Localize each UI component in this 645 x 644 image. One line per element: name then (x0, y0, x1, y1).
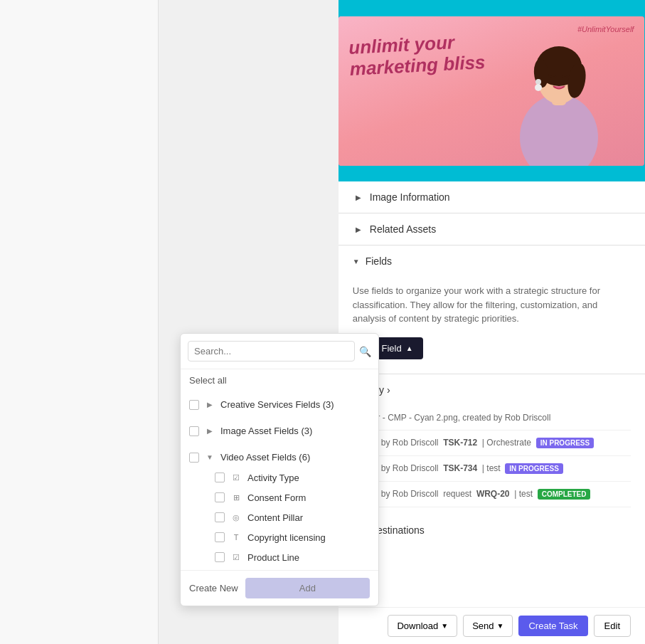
search-icon: 🔍 (359, 346, 371, 357)
consent-form-icon: ⊞ (230, 492, 242, 503)
dropdown-footer: Create New Add (181, 570, 378, 606)
child-consent-form-label: Consent Form (247, 492, 306, 503)
add-field-chevron-icon: ▲ (406, 344, 413, 352)
add-field-dropdown: 🔍 Select all ▶ Creative Services Fields … (180, 333, 379, 606)
download-chevron-icon: ▼ (441, 622, 448, 630)
hero-hashtag: #UnlimitYourself (577, 25, 634, 33)
activity-row-4-text: reused by Rob Driscoll request WRQ-20 | … (353, 489, 591, 500)
activity-row-4: reused by Rob Driscoll request WRQ-20 | … (353, 482, 631, 507)
bottom-bar: Download ▼ Send ▼ Create Task Edit (339, 607, 645, 644)
activity-row-3: reused by Rob Driscoll TSK-734 | test IN… (353, 456, 631, 482)
fields-chevron: ▼ (353, 258, 360, 265)
content-pillar-icon: ◎ (230, 512, 242, 523)
child-activity-type-checkbox[interactable] (215, 473, 225, 482)
activity-row-2-text: reused by Rob Driscoll TSK-712 | Orchest… (353, 438, 594, 448)
group-creative-services: ▶ Creative Services Fields (3) (181, 391, 378, 418)
download-label: Download (397, 621, 438, 631)
activity-row-2-task-link[interactable]: TSK-712 (443, 438, 477, 448)
child-product-line-checkbox[interactable] (215, 552, 225, 562)
dropdown-search-input[interactable] (188, 341, 355, 361)
group-creative-services-label: Creative Services Fields (3) (220, 399, 370, 410)
group-creative-services-item[interactable]: ▶ Creative Services Fields (3) (181, 394, 378, 415)
group-image-asset: ▶ Image Asset Fields (3) (181, 418, 378, 444)
create-task-label: Create Task (528, 621, 577, 631)
hero-image: unlimit your marketing bliss #UnlimitYou… (339, 0, 645, 181)
child-consent-form-checkbox[interactable] (215, 492, 225, 502)
dropdown-search-row: 🔍 (181, 334, 378, 369)
image-information-section: ▶ Image Information (339, 181, 645, 213)
fields-title: Fields (366, 255, 392, 267)
related-assets-section: ▶ Related Assets (339, 213, 645, 246)
group-video-asset-item[interactable]: ▼ Video Asset Fields (6) (181, 447, 378, 468)
svg-point-7 (535, 84, 542, 91)
activity-row-1: Banner - CMP - Cyan 2.png, created by Ro… (353, 406, 631, 431)
edit-label: Edit (604, 621, 620, 631)
left-sidebar (0, 0, 159, 644)
child-copyright-licensing[interactable]: T Copyright licensing (181, 527, 378, 547)
select-all-link[interactable]: Select all (181, 369, 378, 391)
child-activity-type[interactable]: ☑ Activity Type (181, 468, 378, 487)
fields-body: Use fields to organize your work with a … (353, 277, 631, 374)
main-content: unlimit your marketing bliss #UnlimitYou… (339, 0, 645, 644)
dropdown-search-button[interactable]: 🔍 (359, 346, 371, 357)
send-chevron-icon: ▼ (497, 622, 504, 630)
create-task-button[interactable]: Create Task (518, 616, 587, 636)
fields-section: ▼ Fields Use fields to organize your wor… (339, 246, 645, 374)
activity-row-3-badge: IN PROGRESS (505, 463, 563, 474)
group-creative-services-checkbox[interactable] (189, 400, 199, 410)
activity-row-2: reused by Rob Driscoll TSK-712 | Orchest… (353, 431, 631, 456)
child-content-pillar-label: Content Pillar (247, 512, 303, 523)
group-image-asset-expand-icon[interactable]: ▶ (205, 426, 215, 436)
related-assets-header[interactable]: ▶ Related Assets (353, 213, 631, 245)
group-image-asset-item[interactable]: ▶ Image Asset Fields (3) (181, 421, 378, 441)
related-assets-chevron: ▶ (353, 223, 364, 235)
group-creative-services-expand-icon[interactable]: ▶ (205, 400, 215, 410)
image-information-header[interactable]: ▶ Image Information (353, 181, 631, 213)
child-activity-type-label: Activity Type (247, 473, 299, 483)
download-button[interactable]: Download ▼ (388, 615, 457, 637)
destinations-header[interactable]: ▶ Destinations (353, 514, 631, 546)
image-information-title: Image Information (370, 191, 450, 203)
product-line-icon: ☑ (230, 551, 242, 563)
send-button[interactable]: Send ▼ (463, 615, 513, 637)
fields-description: Use fields to organize your work with a … (353, 284, 631, 326)
activity-row-3-text: reused by Rob Driscoll TSK-734 | test IN… (353, 463, 563, 474)
edit-button[interactable]: Edit (594, 615, 631, 637)
group-video-asset-label: Video Asset Fields (6) (220, 452, 370, 463)
group-video-asset: ▼ Video Asset Fields (6) ☑ Activity Type… (181, 444, 378, 570)
group-video-asset-expand-icon[interactable]: ▼ (205, 453, 215, 463)
activity-row-4-badge: COMPLETED (538, 489, 591, 500)
activity-row-2-badge: IN PROGRESS (536, 438, 594, 448)
fields-header[interactable]: ▼ Fields (353, 246, 631, 277)
activity-header[interactable]: Activity › (353, 374, 631, 406)
activity-row-1-text: Banner - CMP - Cyan 2.png, created by Ro… (353, 413, 551, 423)
activity-section: Activity › Banner - CMP - Cyan 2.png, cr… (339, 374, 645, 546)
child-consent-form[interactable]: ⊞ Consent Form (181, 487, 378, 507)
image-information-chevron: ▶ (353, 191, 364, 203)
group-image-asset-checkbox[interactable] (189, 426, 199, 436)
activity-type-icon: ☑ (230, 472, 242, 483)
create-new-button[interactable]: Create New (189, 583, 238, 593)
child-product-line-label: Product Line (247, 552, 299, 563)
group-image-asset-label: Image Asset Fields (3) (220, 426, 370, 436)
child-content-pillar-checkbox[interactable] (215, 512, 225, 522)
send-label: Send (472, 621, 494, 631)
child-copyright-licensing-label: Copyright licensing (247, 532, 326, 543)
hero-person (495, 23, 623, 166)
child-product-line[interactable]: ☑ Product Line (181, 547, 378, 567)
page-wrapper: unlimit your marketing bliss #UnlimitYou… (0, 0, 645, 644)
copyright-licensing-icon: T (230, 532, 242, 543)
child-copyright-licensing-checkbox[interactable] (215, 532, 225, 542)
related-assets-title: Related Assets (370, 223, 436, 235)
group-video-asset-checkbox[interactable] (189, 453, 199, 463)
svg-point-6 (535, 79, 541, 85)
activity-row-3-task-link[interactable]: TSK-734 (443, 463, 477, 473)
hero-inner: unlimit your marketing bliss #UnlimitYou… (339, 16, 644, 166)
add-button[interactable]: Add (245, 578, 370, 598)
activity-row-4-task-link[interactable]: WRQ-20 (476, 489, 510, 499)
child-content-pillar[interactable]: ◎ Content Pillar (181, 507, 378, 527)
